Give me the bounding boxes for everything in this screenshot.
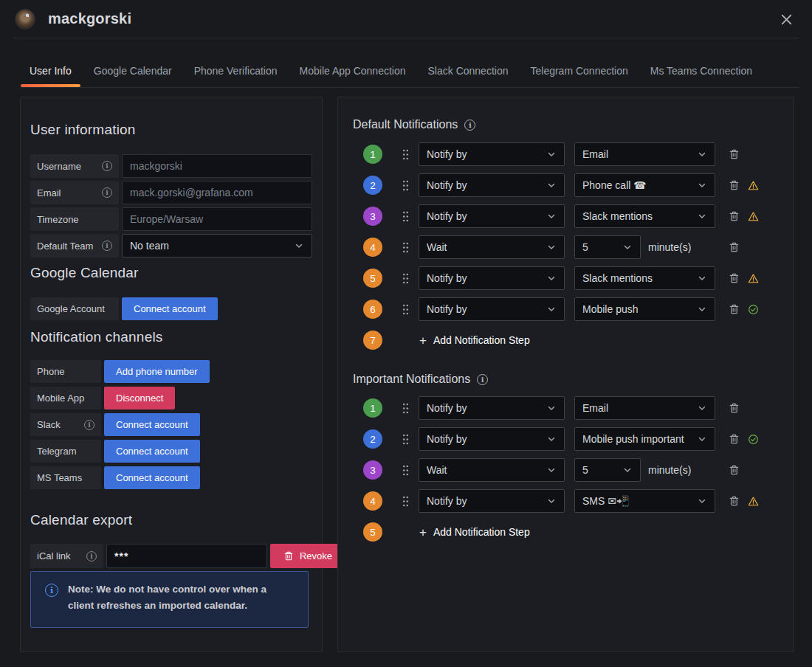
- info-icon[interactable]: [102, 161, 112, 171]
- step-action-select[interactable]: Notify by: [419, 297, 565, 321]
- drag-handle-icon[interactable]: [402, 434, 409, 445]
- trash-icon: [729, 402, 740, 414]
- step-target-select[interactable]: Email: [574, 396, 715, 420]
- trash-icon: [729, 272, 740, 284]
- tab-phone-verification[interactable]: Phone Verification: [185, 58, 286, 87]
- drag-handle-icon[interactable]: [402, 211, 409, 222]
- info-icon[interactable]: [102, 241, 112, 251]
- tab-slack-connection[interactable]: Slack Connection: [419, 58, 517, 87]
- warning-icon: [748, 273, 759, 284]
- channel-row: Mobile App Disconnect: [30, 387, 312, 409]
- default-notification-steps: 1 Notify by Email 2 Notify by: [353, 142, 794, 352]
- revoke-ical-button[interactable]: Revoke: [270, 544, 345, 568]
- connect-account-slack-button[interactable]: Connect account: [104, 413, 200, 436]
- chevron-down-icon: [546, 149, 557, 159]
- drag-handle-icon[interactable]: [402, 403, 409, 414]
- wait-duration-unit: minute(s): [648, 464, 691, 476]
- connect-account-ms-teams-button[interactable]: Connect account: [104, 466, 200, 489]
- ical-link-row: iCal link Revoke: [30, 544, 321, 568]
- step-action-select[interactable]: Notify by: [419, 142, 565, 166]
- tab-mobile-app-connection[interactable]: Mobile App Connection: [291, 58, 415, 87]
- connect-account-telegram-button[interactable]: Connect account: [104, 440, 200, 463]
- notification-step-row: 3 Wait 5 minute(s): [353, 458, 794, 482]
- ical-link-input[interactable]: [106, 544, 267, 568]
- drag-handle-icon[interactable]: [402, 304, 409, 315]
- info-icon[interactable]: [86, 551, 97, 561]
- delete-step-button[interactable]: [729, 241, 740, 254]
- close-button[interactable]: [776, 9, 796, 30]
- step-target-select[interactable]: 5: [574, 458, 641, 482]
- step-action-select[interactable]: Notify by: [419, 427, 565, 451]
- delete-step-button[interactable]: [729, 210, 740, 223]
- connect-google-account-button[interactable]: Connect account: [122, 297, 218, 320]
- step-action-select[interactable]: Notify by: [419, 204, 565, 228]
- user-field-row: Timezone: [30, 207, 312, 231]
- info-icon[interactable]: [84, 420, 94, 430]
- warning-icon: [748, 211, 759, 222]
- delete-step-button[interactable]: [729, 179, 740, 192]
- notification-step-row: 1 Notify by Email: [353, 396, 794, 420]
- field-input-username[interactable]: [122, 154, 312, 178]
- step-action-select[interactable]: Notify by: [419, 396, 565, 420]
- step-target-select[interactable]: 5: [574, 235, 641, 259]
- tab-user-info[interactable]: User Info: [21, 58, 80, 87]
- delete-step-button[interactable]: [729, 432, 740, 446]
- channel-row: MS Teams Connect account: [30, 466, 312, 489]
- step-target-select[interactable]: Mobile push important: [574, 427, 715, 451]
- delete-step-button[interactable]: [729, 303, 740, 316]
- drag-handle-icon[interactable]: [402, 273, 409, 284]
- step-action-select[interactable]: Wait: [419, 235, 565, 259]
- info-icon[interactable]: [464, 120, 475, 131]
- close-icon: [780, 13, 793, 26]
- drag-handle-icon[interactable]: [402, 465, 409, 476]
- chevron-down-icon: [546, 434, 557, 444]
- team-select[interactable]: No team: [122, 234, 312, 258]
- delete-step-button[interactable]: [729, 148, 740, 161]
- drag-handle-icon[interactable]: [402, 242, 409, 253]
- step-target-select[interactable]: SMS ✉📲: [574, 489, 715, 513]
- add-notification-step-button[interactable]: Add Notification Step: [419, 334, 530, 347]
- field-input-timezone[interactable]: [122, 207, 312, 231]
- delete-step-button[interactable]: [729, 272, 740, 285]
- trash-icon: [729, 148, 740, 160]
- info-icon[interactable]: [477, 374, 488, 385]
- tab-telegram-connection[interactable]: Telegram Connection: [521, 58, 636, 87]
- step-target-select[interactable]: Slack mentions: [574, 204, 715, 228]
- trash-icon: [729, 464, 740, 476]
- notification-step-row: 2 Notify by Phone call ☎: [353, 173, 794, 197]
- notification-step-row: 5 Notify by Slack mentions: [353, 266, 794, 290]
- field-input-email[interactable]: [122, 181, 312, 204]
- step-action-select[interactable]: Notify by: [419, 489, 565, 513]
- user-info-panel: User information Username Email Timezone…: [20, 97, 323, 652]
- info-icon[interactable]: [102, 187, 112, 198]
- channel-rows: Phone Add phone number Mobile App Discon…: [30, 360, 312, 489]
- chevron-down-icon: [697, 304, 707, 314]
- step-action-select[interactable]: Notify by: [419, 266, 565, 290]
- chevron-down-icon: [697, 496, 707, 506]
- drag-handle-icon[interactable]: [402, 180, 409, 191]
- delete-step-button[interactable]: [729, 401, 740, 415]
- delete-step-button[interactable]: [729, 463, 740, 477]
- drag-handle-icon[interactable]: [402, 496, 409, 507]
- step-target-select[interactable]: Phone call ☎: [574, 173, 715, 197]
- tab-google-calendar[interactable]: Google Calendar: [85, 58, 181, 87]
- step-target-select[interactable]: Slack mentions: [574, 266, 715, 290]
- tab-bar: User Info Google Calendar Phone Verifica…: [21, 58, 799, 88]
- tab-ms-teams-connection[interactable]: Ms Teams Connection: [641, 58, 761, 87]
- notification-step-row: 1 Notify by Email: [353, 142, 794, 166]
- delete-step-button[interactable]: [729, 494, 740, 508]
- drag-handle-icon[interactable]: [402, 149, 409, 160]
- warning-icon: [748, 496, 759, 507]
- add-phone-number-phone-button[interactable]: Add phone number: [104, 360, 210, 383]
- step-target-select[interactable]: Email: [574, 142, 715, 166]
- step-action-select[interactable]: Wait: [419, 458, 565, 482]
- add-step-row: 5 Add Notification Step: [353, 520, 794, 544]
- step-number-badge: 7: [363, 331, 382, 350]
- step-action-select[interactable]: Notify by: [419, 173, 565, 197]
- disconnect-mobile-app-button[interactable]: Disconnect: [104, 387, 175, 409]
- plus-icon: [419, 334, 427, 347]
- warning-icon: [748, 180, 759, 191]
- add-notification-step-button[interactable]: Add Notification Step: [419, 526, 530, 539]
- step-target-select[interactable]: Mobile push: [574, 297, 715, 321]
- calendar-export-heading: Calendar export: [30, 512, 312, 528]
